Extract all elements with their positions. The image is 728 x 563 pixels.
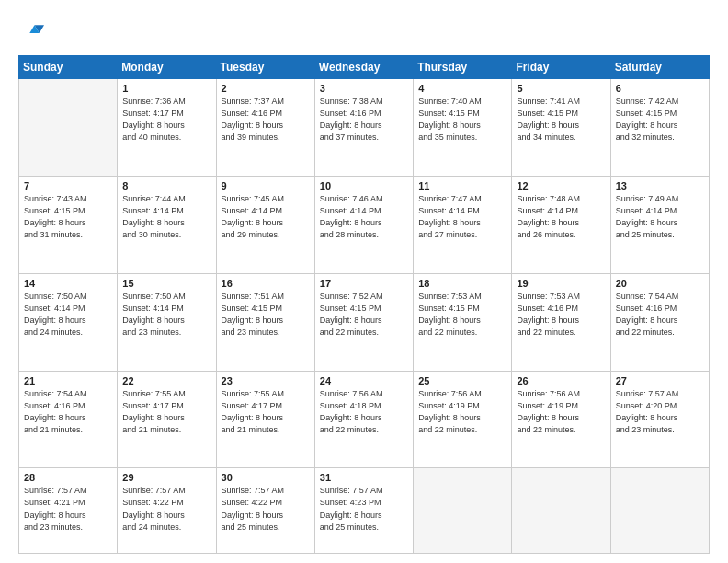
day-cell (512, 468, 610, 554)
day-info: Sunrise: 7:53 AM Sunset: 4:16 PM Dayligh… (517, 291, 605, 339)
day-cell: 11Sunrise: 7:47 AM Sunset: 4:14 PM Dayli… (414, 176, 512, 273)
day-number: 2 (222, 83, 310, 94)
day-info: Sunrise: 7:49 AM Sunset: 4:14 PM Dayligh… (616, 193, 704, 241)
day-number: 16 (222, 278, 310, 289)
day-info: Sunrise: 7:57 AM Sunset: 4:22 PM Dayligh… (222, 485, 310, 533)
week-row: 7Sunrise: 7:43 AM Sunset: 4:15 PM Daylig… (19, 176, 710, 273)
day-info: Sunrise: 7:56 AM Sunset: 4:18 PM Dayligh… (320, 388, 408, 436)
day-number: 19 (517, 278, 605, 289)
day-info: Sunrise: 7:43 AM Sunset: 4:15 PM Dayligh… (24, 193, 112, 241)
week-row: 21Sunrise: 7:54 AM Sunset: 4:16 PM Dayli… (19, 371, 710, 468)
day-cell: 4Sunrise: 7:40 AM Sunset: 4:15 PM Daylig… (414, 79, 512, 177)
day-number: 18 (418, 278, 506, 289)
logo-icon (18, 20, 44, 46)
day-cell: 6Sunrise: 7:42 AM Sunset: 4:15 PM Daylig… (610, 79, 709, 177)
day-cell: 25Sunrise: 7:56 AM Sunset: 4:19 PM Dayli… (414, 371, 512, 468)
day-cell: 13Sunrise: 7:49 AM Sunset: 4:14 PM Dayli… (610, 176, 709, 273)
day-number: 1 (122, 83, 210, 94)
day-cell: 23Sunrise: 7:55 AM Sunset: 4:17 PM Dayli… (216, 371, 314, 468)
day-number: 3 (320, 83, 408, 94)
day-info: Sunrise: 7:44 AM Sunset: 4:14 PM Dayligh… (122, 193, 210, 241)
day-info: Sunrise: 7:53 AM Sunset: 4:15 PM Dayligh… (418, 291, 506, 339)
day-info: Sunrise: 7:45 AM Sunset: 4:14 PM Dayligh… (222, 193, 310, 241)
day-cell: 1Sunrise: 7:36 AM Sunset: 4:17 PM Daylig… (118, 79, 216, 177)
day-cell: 26Sunrise: 7:56 AM Sunset: 4:19 PM Dayli… (512, 371, 610, 468)
day-cell: 21Sunrise: 7:54 AM Sunset: 4:16 PM Dayli… (19, 371, 118, 468)
weekday-header: Thursday (414, 56, 512, 79)
day-info: Sunrise: 7:54 AM Sunset: 4:16 PM Dayligh… (24, 388, 112, 436)
weekday-header: Friday (512, 56, 610, 79)
day-number: 21 (24, 375, 112, 386)
day-number: 25 (418, 375, 506, 386)
day-number: 15 (122, 278, 210, 289)
header (18, 17, 710, 46)
day-number: 20 (616, 278, 704, 289)
day-info: Sunrise: 7:51 AM Sunset: 4:15 PM Dayligh… (222, 291, 310, 339)
day-number: 30 (222, 472, 310, 483)
day-cell (19, 79, 118, 177)
weekday-header: Sunday (19, 56, 118, 79)
day-cell (414, 468, 512, 554)
day-number: 6 (616, 83, 704, 94)
weekday-header: Saturday (610, 56, 709, 79)
day-cell: 17Sunrise: 7:52 AM Sunset: 4:15 PM Dayli… (314, 273, 413, 371)
day-number: 8 (122, 180, 210, 191)
logo (18, 20, 46, 46)
day-cell: 22Sunrise: 7:55 AM Sunset: 4:17 PM Dayli… (118, 371, 216, 468)
day-cell: 12Sunrise: 7:48 AM Sunset: 4:14 PM Dayli… (512, 176, 610, 273)
day-cell: 14Sunrise: 7:50 AM Sunset: 4:14 PM Dayli… (19, 273, 118, 371)
day-info: Sunrise: 7:56 AM Sunset: 4:19 PM Dayligh… (418, 388, 506, 436)
day-cell: 5Sunrise: 7:41 AM Sunset: 4:15 PM Daylig… (512, 79, 610, 177)
day-cell: 24Sunrise: 7:56 AM Sunset: 4:18 PM Dayli… (314, 371, 413, 468)
day-number: 4 (418, 83, 506, 94)
day-cell: 18Sunrise: 7:53 AM Sunset: 4:15 PM Dayli… (414, 273, 512, 371)
day-cell: 2Sunrise: 7:37 AM Sunset: 4:16 PM Daylig… (216, 79, 314, 177)
day-info: Sunrise: 7:56 AM Sunset: 4:19 PM Dayligh… (517, 388, 605, 436)
day-number: 26 (517, 375, 605, 386)
day-cell: 8Sunrise: 7:44 AM Sunset: 4:14 PM Daylig… (118, 176, 216, 273)
day-info: Sunrise: 7:40 AM Sunset: 4:15 PM Dayligh… (418, 96, 506, 144)
day-number: 23 (222, 375, 310, 386)
day-number: 10 (320, 180, 408, 191)
week-row: 14Sunrise: 7:50 AM Sunset: 4:14 PM Dayli… (19, 273, 710, 371)
day-info: Sunrise: 7:57 AM Sunset: 4:23 PM Dayligh… (320, 485, 408, 533)
day-number: 22 (122, 375, 210, 386)
day-info: Sunrise: 7:50 AM Sunset: 4:14 PM Dayligh… (24, 291, 112, 339)
day-cell: 29Sunrise: 7:57 AM Sunset: 4:22 PM Dayli… (118, 468, 216, 554)
day-number: 7 (24, 180, 112, 191)
day-info: Sunrise: 7:37 AM Sunset: 4:16 PM Dayligh… (222, 96, 310, 144)
day-info: Sunrise: 7:57 AM Sunset: 4:22 PM Dayligh… (122, 485, 210, 533)
day-number: 11 (418, 180, 506, 191)
day-info: Sunrise: 7:52 AM Sunset: 4:15 PM Dayligh… (320, 291, 408, 339)
day-cell: 3Sunrise: 7:38 AM Sunset: 4:16 PM Daylig… (314, 79, 413, 177)
day-number: 28 (24, 472, 112, 483)
day-cell: 31Sunrise: 7:57 AM Sunset: 4:23 PM Dayli… (314, 468, 413, 554)
day-number: 31 (320, 472, 408, 483)
page: SundayMondayTuesdayWednesdayThursdayFrid… (0, 0, 728, 563)
day-info: Sunrise: 7:46 AM Sunset: 4:14 PM Dayligh… (320, 193, 408, 241)
day-cell: 28Sunrise: 7:57 AM Sunset: 4:21 PM Dayli… (19, 468, 118, 554)
day-info: Sunrise: 7:57 AM Sunset: 4:21 PM Dayligh… (24, 485, 112, 533)
weekday-header: Monday (118, 56, 216, 79)
day-number: 14 (24, 278, 112, 289)
weekday-header: Tuesday (216, 56, 314, 79)
day-info: Sunrise: 7:55 AM Sunset: 4:17 PM Dayligh… (122, 388, 210, 436)
day-cell (610, 468, 709, 554)
day-info: Sunrise: 7:55 AM Sunset: 4:17 PM Dayligh… (222, 388, 310, 436)
day-number: 12 (517, 180, 605, 191)
week-row: 28Sunrise: 7:57 AM Sunset: 4:21 PM Dayli… (19, 468, 710, 554)
day-info: Sunrise: 7:36 AM Sunset: 4:17 PM Dayligh… (122, 96, 210, 144)
day-info: Sunrise: 7:47 AM Sunset: 4:14 PM Dayligh… (418, 193, 506, 241)
day-number: 29 (122, 472, 210, 483)
day-cell: 10Sunrise: 7:46 AM Sunset: 4:14 PM Dayli… (314, 176, 413, 273)
day-info: Sunrise: 7:38 AM Sunset: 4:16 PM Dayligh… (320, 96, 408, 144)
day-number: 17 (320, 278, 408, 289)
day-info: Sunrise: 7:54 AM Sunset: 4:16 PM Dayligh… (616, 291, 704, 339)
weekday-header-row: SundayMondayTuesdayWednesdayThursdayFrid… (19, 56, 710, 79)
calendar: SundayMondayTuesdayWednesdayThursdayFrid… (18, 55, 710, 554)
day-info: Sunrise: 7:42 AM Sunset: 4:15 PM Dayligh… (616, 96, 704, 144)
day-cell: 7Sunrise: 7:43 AM Sunset: 4:15 PM Daylig… (19, 176, 118, 273)
day-cell: 19Sunrise: 7:53 AM Sunset: 4:16 PM Dayli… (512, 273, 610, 371)
day-number: 27 (616, 375, 704, 386)
day-number: 5 (517, 83, 605, 94)
